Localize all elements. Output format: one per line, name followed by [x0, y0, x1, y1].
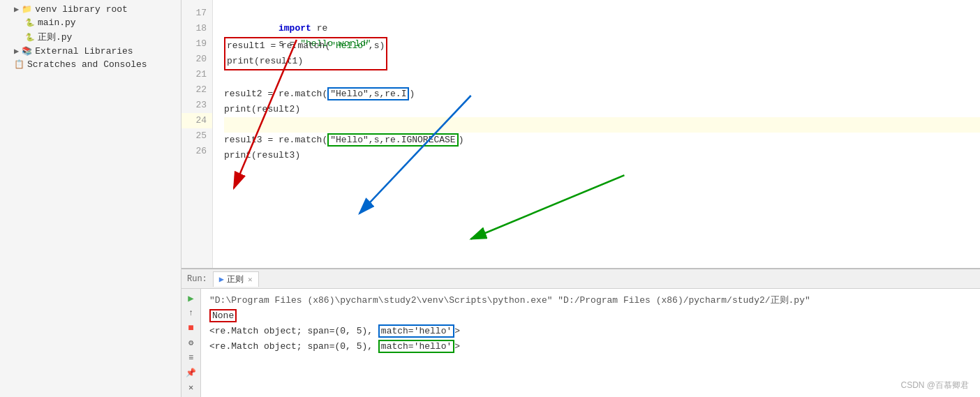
sidebar-item-venv[interactable]: ▶ 📁 venv library root [0, 3, 181, 16]
sidebar-item-zhengzepy-label: 正则.py [38, 31, 72, 43]
stop-button[interactable]: ■ [184, 322, 199, 335]
code-line-25: result3 = re.match("Hello",s,re.IGNORECA… [224, 133, 980, 148]
code-line-22: result2 = re.match("Hello",s,re.I) [224, 87, 980, 102]
code-content[interactable]: import re s = "hello world" result1 = re… [213, 0, 980, 268]
lib-icon: 📚 [22, 46, 32, 57]
sidebar: ▶ 📁 venv library root 🐍 main.py 🐍 正则.py … [0, 0, 181, 397]
sidebar-item-zhengzepy[interactable]: 🐍 正则.py [0, 29, 181, 45]
sidebar-item-mainpy-label: main.py [38, 17, 76, 28]
close-tab-icon[interactable]: ✕ [248, 275, 253, 284]
up-button[interactable]: ↑ [184, 306, 199, 320]
wrap-button[interactable]: ≡ [184, 351, 199, 364]
run-tab-icon: ▶ [219, 274, 224, 285]
pin-button[interactable]: 📌 [184, 366, 199, 379]
py-icon: 🐍 [25, 18, 35, 27]
sidebar-item-mainpy[interactable]: 🐍 main.py [0, 16, 181, 29]
sidebar-item-venv-label: venv library root [35, 4, 128, 15]
run-output: ▶ ↑ ■ ⚙ ≡ 📌 ✕ "D:\Program Files (x86)\py… [181, 289, 980, 397]
run-tab-name: 正则 [227, 274, 244, 285]
svg-line-5 [471, 175, 625, 239]
bottom-panel: Run: ▶ 正则 ✕ ▶ ↑ ■ ⚙ ≡ 📌 ✕ "D:\ [181, 268, 980, 397]
output-line-2: <re.Match object; span=(0, 5), match='he… [209, 339, 972, 354]
run-text: "D:\Program Files (x86)\pycharm\study2\v… [201, 289, 980, 397]
match-hello-green: match='hello' [378, 340, 454, 353]
code-view: 17 18 19 20 21 22 23 24 25 26 [181, 0, 980, 268]
main-container: ▶ 📁 venv library root 🐍 main.py 🐍 正则.py … [0, 0, 980, 397]
scratches-icon: 📋 [14, 59, 24, 70]
py-icon-2: 🐍 [25, 33, 35, 42]
code-line-21 [224, 71, 980, 87]
code-line-18: s = "hello world" [224, 21, 980, 36]
watermark: CSDN @百慕卿君 [900, 380, 969, 391]
run-toolbar: ▶ ↑ ■ ⚙ ≡ 📌 ✕ [181, 289, 201, 397]
run-tabs-bar: Run: ▶ 正则 ✕ [181, 269, 980, 289]
run-button[interactable]: ▶ [184, 292, 199, 305]
code-line-17: import re [224, 6, 980, 21]
match-hello-blue: match='hello' [378, 324, 454, 338]
red-box-lines-19-20: result1 = re.match("Hello",s) print(resu… [224, 37, 387, 70]
code-line-26: print(result3) [224, 148, 980, 163]
output-line-none: None [209, 308, 972, 324]
cmd-line: "D:\Program Files (x86)\pycharm\study2\v… [209, 293, 972, 308]
code-line-20: print(result1) [227, 54, 385, 69]
chevron-right-icon-2: ▶ [14, 46, 19, 57]
sidebar-item-external-libs[interactable]: ▶ 📚 External Libraries [0, 45, 181, 58]
none-value: None [209, 309, 237, 322]
line-numbers: 17 18 19 20 21 22 23 24 25 26 [181, 0, 213, 268]
run-tab-zhengze[interactable]: ▶ 正则 ✕ [213, 271, 259, 287]
code-line-19: result1 = re.match("Hello",s) [227, 38, 385, 54]
close-panel-button[interactable]: ✕ [184, 381, 199, 394]
code-line-24 [224, 117, 980, 133]
run-label: Run: [187, 274, 207, 284]
folder-icon: 📁 [22, 4, 32, 15]
sidebar-item-scratches[interactable]: 📋 Scratches and Consoles [0, 58, 181, 71]
code-line-23: print(result2) [224, 102, 980, 117]
sidebar-item-external-libs-label: External Libraries [35, 46, 133, 57]
editor-area: 17 18 19 20 21 22 23 24 25 26 [181, 0, 980, 397]
chevron-right-icon: ▶ [14, 4, 19, 15]
settings-button[interactable]: ⚙ [184, 336, 199, 350]
sidebar-item-scratches-label: Scratches and Consoles [27, 59, 147, 70]
output-line-1: <re.Match object; span=(0, 5), match='he… [209, 324, 972, 339]
